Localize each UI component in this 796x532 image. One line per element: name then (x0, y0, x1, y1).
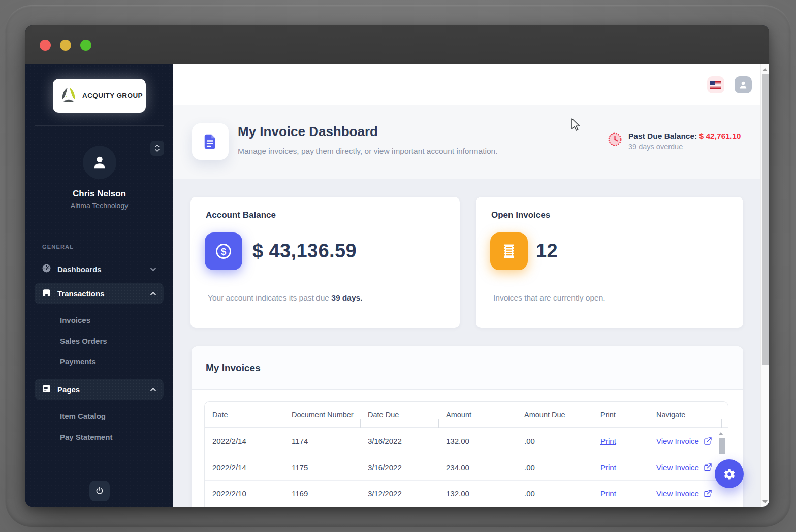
cell-date: 2022/2/14 (205, 463, 284, 472)
dashboard-icon-card (192, 123, 229, 160)
view-invoice-link[interactable]: View Invoice (656, 489, 712, 498)
gauge-icon (42, 263, 51, 275)
sidebar-item-payments[interactable]: Payments (60, 351, 96, 372)
user-avatar (83, 146, 116, 179)
past-due-note: 39 days overdue (628, 143, 741, 151)
view-invoice-label: View Invoice (656, 489, 699, 498)
stat-cards-row: Account Balance $ $ 43,136.59 Your accou… (190, 197, 743, 328)
column-header-date[interactable]: Date (205, 411, 284, 419)
cell-amount-due: .00 (517, 489, 593, 498)
column-header-navigate[interactable]: Navigate (649, 411, 722, 419)
language-selector-button[interactable] (707, 76, 724, 93)
past-due-label: Past Due Balance: (628, 131, 699, 140)
view-invoice-link[interactable]: View Invoice (656, 437, 712, 445)
sidebar-item-invoices[interactable]: Invoices (60, 310, 90, 330)
cell-document-number: 1169 (284, 489, 360, 498)
invoice-document-icon (201, 132, 219, 151)
table-scrollbar-up-arrow[interactable] (718, 432, 723, 435)
table-header-row: Date Document Number Date Due Amount Amo… (205, 402, 728, 428)
open-invoices-count: 12 (536, 240, 558, 262)
account-balance-note: Your account indicates its past due 39 d… (208, 293, 362, 303)
sidebar-item-pages[interactable]: Pages (35, 379, 164, 400)
account-balance-amount: $ 43,136.59 (252, 240, 357, 262)
user-name: Chris Nelson (25, 189, 173, 199)
us-flag-icon (710, 81, 721, 89)
sidebar-item-sales-orders[interactable]: Sales Orders (60, 330, 107, 351)
sidebar: ACQUITY GROUP Chris Nelson Altima Techno… (25, 64, 173, 507)
sidebar-item-label: Dashboards (57, 265, 144, 274)
sidebar-divider (35, 225, 164, 225)
cell-amount: 132.00 (438, 437, 517, 445)
scrollbar-thumb[interactable] (762, 74, 769, 365)
receipt-icon (490, 232, 528, 270)
cell-amount: 132.00 (438, 489, 517, 498)
page-subtitle: Manage invoices, pay them directly, or v… (238, 147, 497, 156)
cell-amount-due: .00 (517, 463, 593, 472)
power-icon (95, 486, 104, 495)
cell-date: 2022/2/14 (205, 437, 284, 445)
column-header-print[interactable]: Print (593, 411, 649, 419)
dashboard-header: My Invoice Dashboard Manage invoices, pa… (173, 105, 769, 179)
cell-amount: 234.00 (438, 463, 517, 472)
sidebar-item-label: Pages (57, 385, 144, 394)
logout-power-button[interactable] (89, 481, 110, 501)
sidebar-item-item-catalog[interactable]: Item Catalog (60, 406, 106, 426)
sidebar-item-dashboards[interactable]: Dashboards (35, 258, 164, 280)
profile-menu-button[interactable] (735, 76, 752, 93)
panel-title: My Invoices (206, 362, 261, 374)
sidebar-section-label: GENERAL (42, 244, 74, 250)
view-invoice-link[interactable]: View Invoice (656, 463, 712, 472)
chevron-down-icon (150, 267, 156, 272)
table-scrollbar-thumb[interactable] (719, 438, 725, 454)
open-invoices-card: Open Invoices 12 Invoices that are cur (476, 197, 743, 328)
main-content: My Invoice Dashboard Manage invoices, pa… (173, 64, 769, 507)
svg-text:$: $ (221, 246, 227, 257)
sidebar-item-pay-statement[interactable]: Pay Statement (60, 426, 112, 447)
gear-icon (723, 468, 736, 481)
sidebar-item-label: Transactions (57, 289, 144, 298)
window-titlebar (25, 25, 769, 64)
settings-fab-button[interactable] (715, 459, 744, 488)
note-bold: 39 days. (331, 293, 362, 302)
person-icon (91, 154, 108, 171)
close-window-button[interactable] (40, 40, 51, 51)
account-balance-card: Account Balance $ $ 43,136.59 Your accou… (190, 197, 460, 328)
print-link[interactable]: Print (600, 463, 616, 472)
overdue-clock-icon (608, 132, 622, 146)
wallet-icon (42, 288, 51, 300)
scrollbar-down-arrow[interactable] (762, 500, 768, 503)
column-header-amount-due[interactable]: Amount Due (517, 411, 593, 419)
sidebar-divider (35, 125, 164, 126)
table-row: 2022/2/10 1169 3/12/2022 132.00 .00 Prin… (205, 481, 728, 507)
zoom-window-button[interactable] (80, 40, 91, 51)
topbar (173, 64, 769, 105)
chevron-up-icon (150, 387, 156, 392)
chevron-down-icon (154, 149, 160, 152)
minimize-window-button[interactable] (60, 40, 71, 51)
view-invoice-label: View Invoice (656, 463, 699, 472)
page-title: My Invoice Dashboard (238, 124, 378, 140)
card-title: Open Invoices (491, 210, 550, 220)
chevron-up-icon (154, 144, 160, 148)
app-window: ACQUITY GROUP Chris Nelson Altima Techno… (25, 25, 769, 507)
pages-list-icon (42, 384, 51, 395)
cell-document-number: 1175 (284, 463, 360, 472)
account-switcher-stepper[interactable] (150, 141, 164, 156)
column-header-amount[interactable]: Amount (438, 411, 517, 419)
invoices-table: Date Document Number Date Due Amount Amo… (204, 401, 728, 507)
external-link-icon (704, 463, 712, 472)
sidebar-item-transactions[interactable]: Transactions (35, 283, 164, 304)
cell-date-due: 3/16/2022 (360, 463, 438, 472)
print-link[interactable]: Print (600, 437, 616, 445)
my-invoices-panel: My Invoices Date Document Number Date Du… (192, 346, 743, 507)
print-link[interactable]: Print (600, 489, 616, 498)
column-header-document-number[interactable]: Document Number (284, 411, 360, 419)
column-header-date-due[interactable]: Date Due (360, 411, 438, 419)
open-invoices-note: Invoices that are currently open. (493, 293, 606, 303)
past-due-amount: $ 42,761.10 (699, 131, 741, 140)
external-link-icon (704, 489, 712, 498)
scrollbar-up-arrow[interactable] (762, 68, 768, 71)
note-text: Your account indicates its past due (208, 293, 331, 302)
card-title: Account Balance (206, 210, 276, 220)
company-logo: ACQUITY GROUP (53, 79, 146, 113)
